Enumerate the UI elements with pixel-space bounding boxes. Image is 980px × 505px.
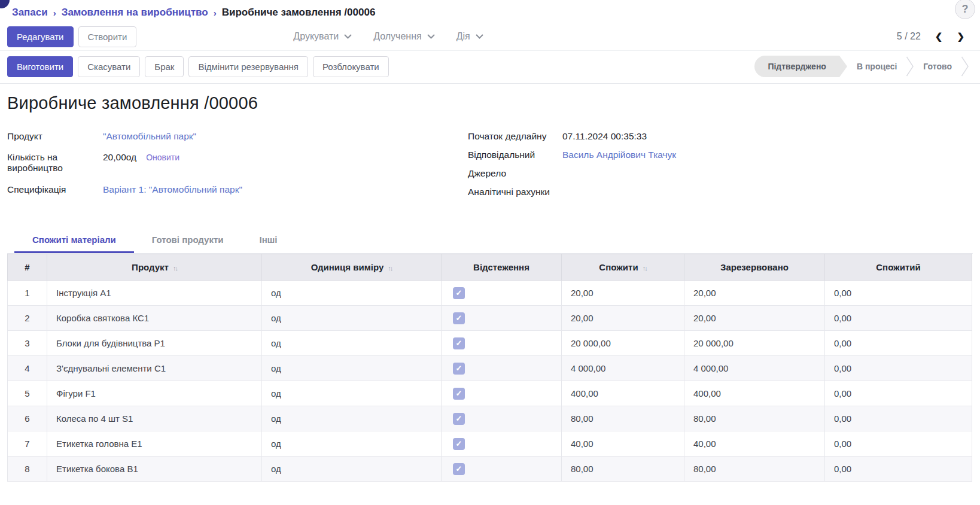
action-button-1[interactable]: Скасувати bbox=[78, 56, 140, 77]
reserved-cell: 40,00 bbox=[684, 431, 825, 457]
tracking-cell: ✓ bbox=[442, 281, 562, 306]
product-cell: Коробка святкова КС1 bbox=[47, 306, 262, 331]
tracking-checkbox[interactable]: ✓ bbox=[453, 287, 465, 299]
tab-consumed-materials[interactable]: Спожиті матеріали bbox=[14, 227, 134, 253]
action-bar: ВиготовитиСкасуватиБракВідмінити резерву… bbox=[0, 50, 980, 84]
table-row[interactable]: 7Етикетка головна Е1од✓40,0040,000,00 bbox=[8, 431, 972, 457]
column-header-4[interactable]: Спожити↑↓ bbox=[562, 254, 684, 281]
print-menu[interactable]: Друкувати bbox=[293, 31, 352, 42]
source-field-label: Джерело bbox=[468, 168, 562, 179]
pager-counter: 5 / 22 bbox=[897, 31, 921, 42]
tracking-checkbox[interactable]: ✓ bbox=[453, 463, 465, 475]
edit-button[interactable]: Редагувати bbox=[7, 26, 74, 47]
table-row[interactable]: 6Колеса по 4 шт S1од✓80,0080,000,00 bbox=[8, 406, 972, 431]
column-header-label: Спожити bbox=[599, 262, 638, 272]
tracking-cell: ✓ bbox=[442, 381, 562, 406]
tab-others[interactable]: Інші bbox=[241, 227, 295, 253]
status-stage-done[interactable]: Готово bbox=[915, 56, 960, 77]
table-row[interactable]: 4З'єднувальні елементи С1од✓4 000,004 00… bbox=[8, 356, 972, 381]
tracking-checkbox[interactable]: ✓ bbox=[453, 363, 465, 375]
table-row[interactable]: 2Коробка святкова КС1од✓20,0020,000,00 bbox=[8, 306, 972, 331]
column-header-0[interactable]: # bbox=[8, 254, 47, 281]
row-number-cell: 4 bbox=[8, 356, 47, 381]
column-header-5[interactable]: Зарезервовано bbox=[684, 254, 825, 281]
breadcrumb-link-inventory[interactable]: Запаси bbox=[12, 7, 48, 19]
tracking-checkbox[interactable]: ✓ bbox=[453, 413, 465, 425]
row-number-cell: 8 bbox=[8, 457, 47, 482]
tracking-checkbox[interactable]: ✓ bbox=[453, 337, 465, 349]
stage-separator-icon bbox=[906, 56, 914, 77]
row-number-cell: 6 bbox=[8, 406, 47, 431]
tracking-checkbox[interactable]: ✓ bbox=[453, 312, 465, 324]
create-button[interactable]: Створити bbox=[78, 26, 137, 47]
action-button-2[interactable]: Брак bbox=[145, 56, 184, 77]
sort-icon[interactable]: ↑↓ bbox=[643, 264, 647, 272]
responsible-field-value[interactable]: Василь Андрійович Ткачук bbox=[562, 150, 676, 160]
action-button-3[interactable]: Відмінити резервування bbox=[188, 56, 308, 77]
action-menu[interactable]: Дія bbox=[456, 31, 483, 42]
tracking-checkbox[interactable]: ✓ bbox=[453, 388, 465, 400]
column-header-3[interactable]: Відстеження bbox=[442, 254, 562, 281]
product-cell: Фігури F1 bbox=[47, 381, 262, 406]
to-consume-cell: 80,00 bbox=[562, 457, 684, 482]
column-header-label: Одиниця виміру bbox=[311, 262, 384, 272]
status-bar: Підтверджено В процесі Готово bbox=[754, 56, 973, 77]
toolbar-menus: Друкувати Долучення Дія bbox=[293, 31, 483, 42]
product-cell: З'єднувальні елементи С1 bbox=[47, 356, 262, 381]
table-row[interactable]: 8Етикетка бокова В1од✓80,0080,000,00 bbox=[8, 457, 972, 482]
materials-table: #Продукт↑↓Одиниця виміру↑↓ВідстеженняСпо… bbox=[7, 254, 972, 482]
row-number-cell: 7 bbox=[8, 431, 47, 457]
consumed-cell: 0,00 bbox=[825, 457, 972, 482]
reserved-cell: 4 000,00 bbox=[684, 356, 825, 381]
row-number-cell: 1 bbox=[8, 281, 47, 306]
bom-field-label: Специфікація bbox=[7, 184, 103, 195]
product-cell: Інструкція А1 bbox=[47, 281, 262, 306]
table-header-row: #Продукт↑↓Одиниця виміру↑↓ВідстеженняСпо… bbox=[8, 254, 972, 281]
product-cell: Колеса по 4 шт S1 bbox=[47, 406, 262, 431]
column-header-label: Продукт bbox=[132, 262, 169, 272]
action-button-4[interactable]: Розблокувати bbox=[313, 56, 389, 77]
tracking-cell: ✓ bbox=[442, 406, 562, 431]
breadcrumb-link-manufacturing-orders[interactable]: Замовлення на виробництво bbox=[62, 7, 208, 19]
uom-cell: од bbox=[262, 331, 442, 356]
reserved-cell: 80,00 bbox=[684, 457, 825, 482]
product-cell: Блоки для будівництва Р1 bbox=[47, 331, 262, 356]
update-quantity-link[interactable]: Оновити bbox=[146, 153, 179, 162]
pager-previous-icon[interactable]: ❮ bbox=[935, 31, 943, 42]
sort-icon[interactable]: ↑↓ bbox=[173, 264, 177, 272]
breadcrumb-separator-icon: › bbox=[53, 8, 56, 18]
pager-next-icon[interactable]: ❯ bbox=[957, 31, 964, 42]
attachments-menu[interactable]: Долучення bbox=[373, 31, 434, 42]
reserved-cell: 20,00 bbox=[684, 281, 825, 306]
bom-field-value[interactable]: Варіант 1: "Автомобільний парк" bbox=[103, 184, 242, 194]
tracking-cell: ✓ bbox=[442, 356, 562, 381]
breadcrumb-separator-icon: › bbox=[214, 8, 217, 18]
materials-table-container: #Продукт↑↓Одиниця виміру↑↓ВідстеженняСпо… bbox=[0, 254, 980, 482]
table-row[interactable]: 1Інструкція А1од✓20,0020,000,00 bbox=[8, 281, 972, 306]
attachments-menu-label: Долучення bbox=[373, 31, 421, 42]
to-consume-cell: 400,00 bbox=[562, 381, 684, 406]
tracking-checkbox[interactable]: ✓ bbox=[453, 438, 465, 450]
uom-cell: од bbox=[262, 431, 442, 457]
consumed-cell: 0,00 bbox=[825, 281, 972, 306]
record-pager: 5 / 22 ❮ ❯ bbox=[897, 31, 964, 42]
column-header-1[interactable]: Продукт↑↓ bbox=[47, 254, 262, 281]
action-menu-label: Дія bbox=[456, 31, 470, 42]
table-row[interactable]: 5Фігури F1од✓400,00400,000,00 bbox=[8, 381, 972, 406]
uom-cell: од bbox=[262, 356, 442, 381]
action-button-0[interactable]: Виготовити bbox=[7, 56, 73, 77]
status-stage-confirmed[interactable]: Підтверджено bbox=[754, 56, 839, 77]
column-header-label: Відстеження bbox=[473, 262, 529, 272]
chevron-down-icon bbox=[344, 34, 352, 39]
help-icon[interactable]: ? bbox=[955, 0, 975, 19]
status-stage-in-progress[interactable]: В процесі bbox=[849, 56, 905, 77]
product-field-value[interactable]: "Автомобільний парк" bbox=[103, 131, 196, 141]
control-bar: Редагувати Створити Друкувати Долучення … bbox=[0, 23, 980, 50]
sort-icon[interactable]: ↑↓ bbox=[388, 264, 392, 272]
column-header-6[interactable]: Спожитий bbox=[825, 254, 972, 281]
consumed-cell: 0,00 bbox=[825, 306, 972, 331]
tab-finished-products[interactable]: Готові продукти bbox=[134, 227, 242, 253]
table-row[interactable]: 3Блоки для будівництва Р1од✓20 000,0020 … bbox=[8, 331, 972, 356]
reserved-cell: 400,00 bbox=[684, 381, 825, 406]
column-header-2[interactable]: Одиниця виміру↑↓ bbox=[262, 254, 442, 281]
